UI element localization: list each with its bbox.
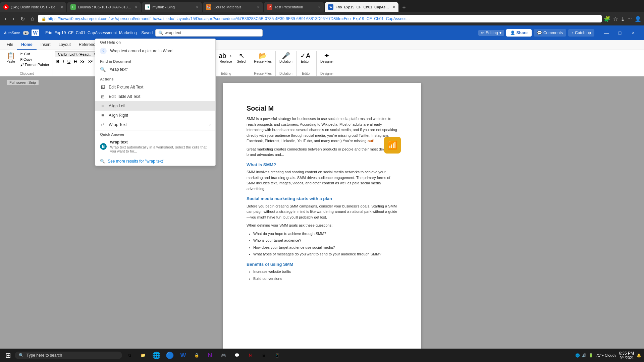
document-intro: SMM is a powerful strategy for businesse…: [247, 116, 397, 144]
start-button[interactable]: ⊞: [3, 350, 13, 361]
word-logo: W: [32, 29, 39, 36]
notifications-icon[interactable]: 🔔: [637, 353, 641, 358]
editing-label: Editing: [486, 31, 498, 35]
dictation-group-label: Dictation: [278, 71, 294, 76]
subscript-button[interactable]: X₂: [79, 59, 86, 64]
file-explorer-button[interactable]: 📁: [137, 349, 149, 361]
action-align-left[interactable]: ≡ Align Left: [95, 101, 215, 111]
copy-button[interactable]: ⎘ Copy: [19, 57, 51, 62]
reuse-files-button[interactable]: 📂 Reuse Files: [252, 51, 273, 64]
search-section-help: Get Help on ? Wrap text around a picture…: [95, 39, 215, 56]
editing-mode-badge[interactable]: ✏ Editing ▾: [478, 30, 504, 36]
weather-info[interactable]: 71°F Cloudy: [596, 353, 616, 357]
ribbon-tab-home[interactable]: Home: [17, 40, 36, 50]
tab-myitlab-close[interactable]: ×: [196, 4, 199, 10]
tab-presentation-title: Test Presentation: [274, 5, 316, 9]
action-edit-picture-alt[interactable]: 🖼 Edit Picture Alt Text: [95, 82, 215, 92]
clock[interactable]: 6:35 PM 9/4/2021: [619, 351, 634, 360]
share-button[interactable]: 👤 Share: [506, 29, 532, 37]
cut-button[interactable]: ✂ Cut: [19, 51, 51, 56]
tab-word[interactable]: W Frio_Exp19_CF_Ch01_CapAssess... ×: [325, 2, 398, 12]
settings-icon[interactable]: ···: [628, 16, 632, 22]
edge-button[interactable]: 🌐: [150, 349, 162, 361]
ribbon-tab-insert[interactable]: Insert: [37, 40, 55, 50]
nav-refresh-btn[interactable]: ↻: [18, 15, 27, 23]
taskview-button[interactable]: ⧉: [123, 349, 136, 361]
chrome-button[interactable]: 🔵: [164, 349, 176, 361]
downloads-icon[interactable]: ⤓: [621, 16, 625, 22]
action-edit-table-alt[interactable]: ⊞ Edit Table Alt Text: [95, 92, 215, 101]
minimize-button[interactable]: —: [600, 28, 613, 38]
autosave-toggle[interactable]: ●: [23, 31, 29, 35]
tab-course[interactable]: 📚 Course Materials ×: [203, 2, 263, 12]
nav-back-btn[interactable]: ‹: [3, 15, 8, 22]
tab-presentation-close[interactable]: ×: [318, 4, 321, 10]
select-button[interactable]: ↖ Select: [235, 51, 248, 64]
see-more-results[interactable]: 🔍 See more results for "wrap text": [95, 157, 215, 166]
tab-myitlab[interactable]: B myitlab - Bing ×: [142, 2, 202, 12]
action-wrap-text[interactable]: ↵ Wrap Text ›: [95, 120, 215, 129]
word-search-bar[interactable]: 🔍: [155, 29, 263, 37]
tab-youtube[interactable]: ▶ (145) Death Note OST - Be... ×: [0, 2, 66, 12]
extensions-icon[interactable]: 🧩: [604, 16, 610, 22]
dictation-button[interactable]: 🎤 Dictation: [278, 51, 294, 64]
cut-label: Cut: [24, 52, 30, 56]
vpn-button[interactable]: 🔒: [191, 349, 203, 361]
volume-icon[interactable]: 🔊: [582, 353, 587, 358]
tab-youtube-close[interactable]: ×: [60, 4, 63, 10]
address-bar[interactable]: 🔒 https://hawaii0-my.sharepoint.com/:w:/…: [38, 15, 601, 22]
browser-account-icon[interactable]: 👤: [635, 16, 641, 22]
designer-button[interactable]: ✦ Designer: [319, 51, 335, 64]
ribbon-tab-layout[interactable]: Layout: [55, 40, 75, 50]
action-align-right[interactable]: ≡ Align Right: [95, 111, 215, 120]
tab-laulima[interactable]: L Laulima : ICS-101-0 [KAP-31384... ×: [67, 2, 141, 12]
netflix-button[interactable]: N: [244, 349, 256, 361]
app10-button[interactable]: 🖥: [258, 349, 270, 361]
font-family-select[interactable]: Calibri Light (Headi...: [55, 51, 99, 57]
time-display: 6:35 PM: [619, 351, 634, 356]
replace-button[interactable]: ab→ Replace: [217, 51, 234, 64]
search-icon: 🔍: [158, 31, 163, 35]
tab-word-close[interactable]: ×: [392, 4, 395, 10]
battery-icon[interactable]: 🔋: [589, 353, 593, 358]
quick-answer-item[interactable]: B wrap text Wrap text automatically in a…: [95, 138, 215, 155]
taskbar-search[interactable]: 🔍 Type here to search: [15, 352, 122, 359]
help-item-wrap-text[interactable]: ? Wrap text around a picture in Word: [95, 46, 215, 56]
tab-laulima-close[interactable]: ×: [135, 4, 138, 10]
tab-presentation[interactable]: P Test Presentation ×: [264, 2, 324, 12]
editor-button[interactable]: ✓A Editor: [299, 51, 312, 64]
paste-button[interactable]: 📋 Paste: [3, 51, 18, 64]
network-icon[interactable]: 🌐: [575, 353, 580, 358]
see-more-icon: 🔍: [100, 159, 105, 164]
reuse-files-label: Reuse Files: [252, 71, 273, 76]
word-taskbar-button[interactable]: W: [177, 349, 189, 361]
discord-button[interactable]: 💬: [231, 349, 243, 361]
catch-up-button[interactable]: ↑ Catch up: [568, 29, 594, 37]
word-search-input[interactable]: [165, 31, 260, 35]
fullscreen-snip-button[interactable]: Full screen Snip: [7, 80, 39, 85]
app11-button[interactable]: 📱: [271, 349, 283, 361]
document-para2: Great marketing creates connections betw…: [247, 146, 397, 158]
comments-button[interactable]: 💬 Comments: [534, 29, 566, 37]
designer-icon: ✦: [324, 52, 330, 59]
format-painter-button[interactable]: 🖌 Format Painter: [19, 62, 51, 67]
steam-button[interactable]: 🎮: [217, 349, 229, 361]
italic-button[interactable]: I: [61, 59, 65, 64]
tab-course-close[interactable]: ×: [257, 4, 260, 10]
superscript-button[interactable]: X²: [87, 59, 94, 64]
close-button[interactable]: ×: [627, 28, 640, 38]
underline-button[interactable]: U: [66, 59, 72, 64]
find-item-wrap-text[interactable]: 🔍 "wrap text": [95, 65, 215, 74]
onenote-button[interactable]: N: [204, 349, 216, 361]
ribbon-tab-file[interactable]: File: [3, 40, 17, 50]
strikethrough-button[interactable]: S: [72, 59, 78, 64]
nav-home-btn[interactable]: ⌂: [29, 15, 36, 22]
new-tab-button[interactable]: +: [399, 3, 409, 12]
editor-icon: ✓A: [300, 52, 310, 59]
nav-forward-btn[interactable]: ›: [10, 15, 16, 22]
bold-button[interactable]: B: [55, 59, 61, 64]
collections-icon[interactable]: ☆: [613, 16, 618, 22]
list-item-2: Who is your target audience?: [253, 238, 397, 243]
maximize-button[interactable]: □: [613, 28, 627, 38]
reuse-files-group: 📂 Reuse Files Reuse Files: [250, 51, 276, 76]
